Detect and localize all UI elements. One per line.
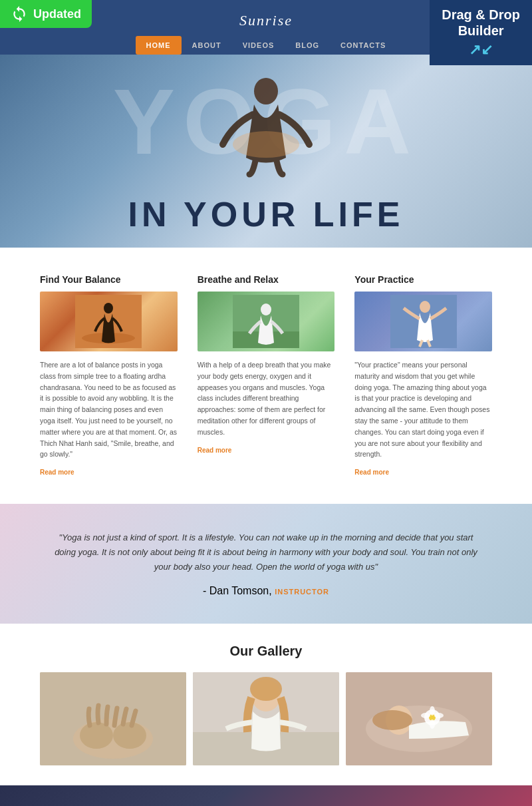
article-text-0: There are a lot of balance posts in yoga… [40, 359, 178, 460]
gallery-svg-1 [40, 672, 186, 765]
article-title-1: Breathe and Relax [198, 274, 335, 285]
article-text-2: "Your practice" means your personal matu… [354, 359, 492, 460]
gallery-item-1 [40, 672, 186, 765]
read-more-0[interactable]: Read more [40, 469, 74, 476]
dnd-line1: Drag & Drop [442, 7, 520, 22]
svg-point-22 [372, 710, 412, 730]
gallery-title: Our Gallery [40, 644, 492, 659]
svg-point-28 [430, 719, 435, 729]
nav-videos[interactable]: VIDEOS [232, 36, 285, 55]
quote-text: "Yoga is not just a kind of sport. It is… [53, 530, 479, 574]
gallery-item-3 [346, 672, 492, 765]
article-find-balance: Find Your Balance There are a lot of bal… [40, 274, 178, 477]
nav-blog[interactable]: BLOG [285, 36, 330, 55]
nav-about[interactable]: ABOUT [182, 36, 232, 55]
arrows-icon: ↗↙ [442, 41, 520, 59]
quote-author: - Dan Tomson, [203, 585, 272, 596]
dnd-line2: Builder [458, 23, 504, 38]
dnd-badge: Drag & Drop Builder ↗↙ [430, 0, 532, 65]
read-more-2[interactable]: Read more [354, 469, 389, 476]
svg-point-8 [261, 303, 271, 315]
read-more-1[interactable]: Read more [198, 447, 232, 454]
practice-image-svg [390, 295, 457, 348]
gallery-section: Our Gallery [0, 624, 532, 785]
article-text-1: With a help of a deep breath that you ma… [198, 359, 335, 438]
nav-contacts[interactable]: CONTACTS [330, 36, 396, 55]
article-image-0 [40, 292, 178, 351]
hero-section: YOGA IN YOUR LIFE [0, 55, 532, 248]
svg-point-1 [233, 131, 299, 158]
gallery-svg-3 [346, 672, 492, 765]
quote-attribution: - Dan Tomson, INSTRUCTOR [53, 585, 479, 597]
hero-subtitle: IN YOUR LIFE [128, 194, 404, 234]
article-practice: Your Practice "Your practice" means your… [354, 274, 492, 477]
blog-section: LATEST FROM THE BLOG 22 DEC Center your … [0, 785, 532, 806]
svg-point-25 [421, 713, 430, 718]
svg-point-0 [254, 78, 278, 104]
svg-point-27 [430, 706, 435, 715]
gallery-svg-2 [193, 672, 339, 765]
svg-point-13 [80, 722, 113, 749]
balance-image-svg [75, 295, 142, 348]
breathe-image-svg [233, 295, 299, 348]
hero-person-svg [200, 71, 332, 178]
article-title-2: Your Practice [354, 274, 492, 285]
updated-badge: Updated [0, 0, 92, 28]
gallery-grid [40, 672, 492, 765]
article-image-2 [354, 292, 492, 351]
articles-grid: Find Your Balance There are a lot of bal… [40, 274, 492, 477]
updated-label: Updated [33, 7, 81, 21]
article-image-1 [198, 292, 335, 351]
gallery-item-2 [193, 672, 339, 765]
article-title-0: Find Your Balance [40, 274, 178, 285]
svg-point-26 [434, 713, 444, 718]
articles-section: Find Your Balance There are a lot of bal… [0, 248, 532, 504]
quote-section: "Yoga is not just a kind of sport. It is… [0, 504, 532, 624]
quote-role: INSTRUCTOR [275, 588, 329, 596]
svg-point-10 [420, 301, 430, 313]
nav-home[interactable]: HOME [136, 36, 182, 55]
svg-point-18 [250, 677, 282, 701]
article-breathe: Breathe and Relax With a help of a deep … [198, 274, 335, 477]
svg-point-5 [104, 303, 113, 313]
sync-icon [11, 5, 28, 23]
